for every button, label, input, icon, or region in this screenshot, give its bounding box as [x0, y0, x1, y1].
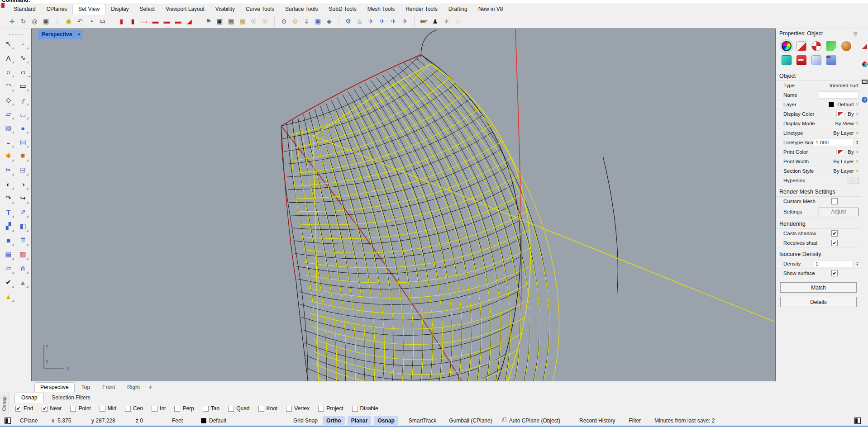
- grid-snap-toggle[interactable]: Grid Snap: [290, 416, 321, 425]
- gumball-toggle[interactable]: Gumball (CPlane): [445, 416, 496, 425]
- car-side-icon-2[interactable]: ▬: [161, 16, 172, 27]
- osnap-tan[interactable]: Tan: [203, 405, 219, 412]
- properties-tab-edge-softening[interactable]: [782, 55, 792, 65]
- osnap-quad[interactable]: Quad: [228, 405, 249, 412]
- plane-top-icon-1[interactable]: ✈: [365, 16, 377, 27]
- polyline-icon[interactable]: Λ: [3, 52, 14, 64]
- properties-tab-shutlining[interactable]: [811, 55, 821, 65]
- stepper-icon[interactable]: [856, 140, 858, 145]
- toolbar-grip[interactable]: [8, 33, 24, 36]
- properties-tab-section[interactable]: [826, 55, 836, 65]
- viewport-tab-top[interactable]: Top: [76, 383, 95, 392]
- menu-tab-set-view[interactable]: Set View: [72, 4, 105, 14]
- checkbox-icon[interactable]: [352, 406, 358, 412]
- camera-icon[interactable]: ▣: [214, 16, 225, 27]
- menu-tab-mesh-tools[interactable]: Mesh Tools: [362, 4, 400, 14]
- osnap-vertex[interactable]: Vertex: [286, 405, 310, 412]
- mesh-polyhedron-icon[interactable]: ◈: [324, 16, 335, 27]
- ortho-toggle[interactable]: Ortho: [323, 416, 345, 425]
- circle-icon[interactable]: ○: [3, 66, 14, 78]
- extend-curve-icon[interactable]: ↷: [3, 192, 14, 204]
- menu-tab-surface-tools[interactable]: Surface Tools: [280, 4, 324, 14]
- checkbox-icon[interactable]: [152, 406, 157, 412]
- arc-icon[interactable]: ◠: [3, 80, 14, 92]
- casts-shadow-checkbox[interactable]: [831, 230, 838, 237]
- properties-tab-thickness[interactable]: [841, 41, 851, 51]
- rotor-craft-icon[interactable]: ⚙: [343, 16, 354, 27]
- print-color-select[interactable]: By ˅: [820, 149, 858, 155]
- sphere-icon[interactable]: ●: [17, 122, 29, 134]
- checkbox-icon[interactable]: [174, 406, 180, 412]
- trim-icon[interactable]: ✂: [3, 164, 14, 176]
- interpolate-curve-icon[interactable]: ∿: [17, 52, 29, 64]
- rectangle-icon[interactable]: ▭: [17, 80, 29, 92]
- osnap-int[interactable]: Int: [152, 405, 166, 412]
- boolean-union-icon[interactable]: ◐: [3, 178, 14, 190]
- explode-icon[interactable]: ✸: [17, 150, 29, 162]
- figure-bulb-icon-1[interactable]: ☉: [248, 16, 259, 27]
- menu-tab-subd-tools[interactable]: SubD Tools: [324, 4, 362, 14]
- checkbox-icon[interactable]: [100, 406, 105, 412]
- match-button[interactable]: Match: [780, 282, 857, 293]
- split-icon[interactable]: ⊟: [17, 164, 29, 176]
- display-mode-select[interactable]: By View ˅: [820, 121, 858, 126]
- cplane-swatch-icon[interactable]: [5, 418, 11, 424]
- plane-side-icon-1[interactable]: ✈: [388, 16, 399, 27]
- properties-tab-material[interactable]: [796, 41, 806, 51]
- osnap-side-tab[interactable]: Osnap: [0, 392, 9, 415]
- ellipse-icon[interactable]: ○: [15, 66, 31, 78]
- red-slab-icon-a[interactable]: ▮: [116, 16, 127, 27]
- checkbox-icon[interactable]: [70, 406, 76, 412]
- stepper-icon[interactable]: [856, 261, 858, 266]
- curved-surface-icon[interactable]: ◡: [17, 108, 29, 120]
- blue-camera-icon[interactable]: ▣: [312, 16, 324, 27]
- articulation-icon[interactable]: ⋔: [17, 262, 29, 274]
- plane-top-icon-2[interactable]: ✈: [377, 16, 388, 27]
- menu-tab-render-tools[interactable]: Render Tools: [400, 4, 443, 14]
- properties-tab-texture-mapping[interactable]: [811, 41, 821, 51]
- rotate-view-icon[interactable]: ↻: [18, 16, 29, 27]
- checkbox-icon[interactable]: [42, 406, 48, 412]
- menu-tab-visibility[interactable]: Visibility: [210, 4, 240, 14]
- puzzle-join-icon[interactable]: ✱: [3, 150, 14, 162]
- osnap-point[interactable]: Point: [70, 405, 91, 412]
- undo-view-icon[interactable]: ↶: [74, 16, 86, 27]
- checkbox-icon[interactable]: [258, 406, 264, 412]
- select-arrow-icon[interactable]: ↖: [3, 38, 14, 50]
- properties-tab-displacement[interactable]: [796, 55, 806, 65]
- menu-tab-select[interactable]: Select: [134, 4, 160, 14]
- fountain-pad-icon[interactable]: ♨: [354, 16, 365, 27]
- zoom-1to1-icon[interactable]: 1:1: [97, 16, 108, 27]
- checkbox-icon[interactable]: [286, 406, 292, 412]
- named-views-icon[interactable]: ▦: [237, 16, 248, 27]
- custom-mesh-checkbox[interactable]: [831, 198, 838, 204]
- tab-selection-filters[interactable]: Selection Filters: [45, 393, 96, 403]
- fillet-curve-icon[interactable]: ╭: [17, 94, 29, 106]
- box-icon[interactable]: ▨: [3, 122, 14, 134]
- osnap-near[interactable]: Near: [42, 405, 62, 412]
- flag-widget-icon[interactable]: ⚑: [203, 16, 214, 27]
- separator[interactable]: [108, 16, 112, 27]
- layer-pane[interactable]: Default: [197, 416, 236, 425]
- text-icon[interactable]: T: [3, 206, 14, 218]
- move-scale-icon[interactable]: ⇗: [17, 206, 29, 218]
- zoom-lens-icon[interactable]: ◔: [86, 16, 97, 27]
- save-view-icon[interactable]: ▤: [225, 16, 237, 27]
- osnap-project[interactable]: Project: [318, 405, 343, 412]
- menu-tab-viewport-layout[interactable]: Viewport Layout: [160, 4, 210, 14]
- viewport-title-menu[interactable]: Perspective ▼: [38, 30, 82, 39]
- properties-tab-decals[interactable]: [826, 41, 836, 51]
- units-pane[interactable]: Feet: [168, 416, 197, 425]
- viewport-tab-right[interactable]: Right: [122, 383, 145, 392]
- separator[interactable]: [271, 16, 275, 27]
- checkbox-icon[interactable]: [15, 406, 21, 412]
- new-viewport-button[interactable]: ✛: [147, 383, 154, 392]
- command-line[interactable]: Command:: [0, 0, 868, 4]
- gear-icon[interactable]: ⚙: [853, 30, 858, 37]
- checkbox-icon[interactable]: [203, 406, 209, 412]
- check-icon[interactable]: ✔: [3, 276, 14, 288]
- menu-tab-standard[interactable]: Standard: [8, 4, 41, 14]
- zoom-window-icon[interactable]: ▣: [40, 16, 52, 27]
- auto-cplane-toggle[interactable]: Auto CPlane (Object): [499, 416, 564, 425]
- menu-tab-display[interactable]: Display: [105, 4, 134, 14]
